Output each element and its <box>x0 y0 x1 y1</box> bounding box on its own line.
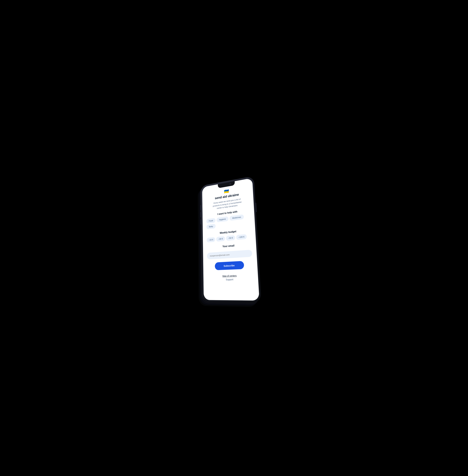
chip-baby[interactable]: Baby <box>206 224 216 229</box>
ukraine-flag: 🇺🇦 <box>224 188 229 194</box>
budget-15[interactable]: ~15 € <box>207 237 215 242</box>
subscribe-button[interactable]: Subscribe <box>215 261 244 270</box>
email-section-title: Your email <box>207 243 252 249</box>
screen-content: 🇺🇦 send aid ukraine Every week we send y… <box>202 178 259 301</box>
help-chips-row: Food Hygiene Medicines Baby <box>206 213 250 229</box>
email-input[interactable] <box>207 249 252 259</box>
chip-food[interactable]: Food <box>206 218 215 224</box>
support-link[interactable]: Support <box>226 278 233 281</box>
budget-section: Weekly budget ~15 € ~30 € ~50 € ~100 € <box>206 228 251 242</box>
phone-device: 🇺🇦 send aid ukraine Every week we send y… <box>201 176 262 303</box>
budget-section-title: Weekly budget <box>206 228 251 236</box>
budget-30[interactable]: ~30 € <box>216 236 225 242</box>
budget-50[interactable]: ~50 € <box>226 235 235 241</box>
budget-100[interactable]: ~100 € <box>236 234 247 240</box>
email-section: Your email <box>207 243 252 259</box>
map-of-centers-link[interactable]: Map of centers <box>222 274 237 277</box>
phone-screen: 🇺🇦 send aid ukraine Every week we send y… <box>202 178 259 301</box>
chip-medicines[interactable]: Medicines <box>230 214 244 221</box>
chip-hygiene[interactable]: Hygiene <box>216 216 228 222</box>
help-section-title: I want to help with <box>217 210 237 215</box>
